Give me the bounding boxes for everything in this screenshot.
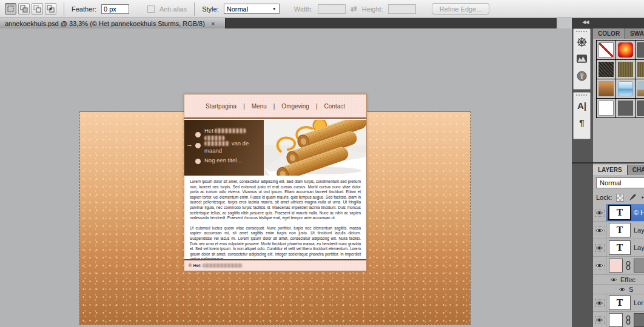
- body-paragraph-1: Lorem ipsum dolor sit amet, consectetur …: [190, 179, 361, 221]
- lock-pixels-brush-icon[interactable]: [628, 193, 637, 202]
- layer-mask-link-icon[interactable]: [626, 261, 631, 270]
- site-sidebar-menu: Het → van de maand Nog een titel...: [184, 120, 264, 176]
- layer-name: © H: [634, 209, 644, 216]
- style-gray-swatch[interactable]: [636, 99, 644, 117]
- layer-mask-link-icon[interactable]: [626, 315, 631, 325]
- style-white-outline-swatch[interactable]: [597, 99, 615, 117]
- nav-item-omgeving[interactable]: Omgeving: [281, 103, 309, 110]
- style-khaki-texture-swatch[interactable]: [636, 60, 644, 79]
- layer-row-pink-fill-with-mask[interactable]: [593, 257, 644, 275]
- layer-mask-thumbnail[interactable]: [634, 259, 644, 272]
- chevron-down-icon: ▼: [272, 7, 277, 11]
- site-body-text: Lorem ipsum dolor sit amet, consectetur …: [184, 176, 366, 259]
- anti-alias-checkbox[interactable]: [147, 5, 155, 13]
- style-landscape-swatch[interactable]: [597, 79, 615, 98]
- style-khaki-texture-swatch[interactable]: [616, 60, 635, 79]
- tab-swatches[interactable]: SWATCHES: [625, 28, 644, 39]
- visibility-eye-icon[interactable]: [595, 316, 605, 324]
- nav-item-contact[interactable]: Contact: [324, 103, 345, 110]
- refine-edge-button[interactable]: Refine Edge...: [432, 3, 490, 15]
- visibility-eye-icon[interactable]: [619, 287, 626, 292]
- text-layer-thumbnail[interactable]: T: [609, 240, 631, 255]
- navigator-panel-icon[interactable]: [574, 33, 590, 50]
- layer-effect-item-row[interactable]: S: [593, 285, 644, 294]
- width-input[interactable]: [318, 4, 346, 14]
- close-icon[interactable]: ×: [211, 20, 215, 27]
- sidebar-item-3-text: Nog een titel...: [204, 157, 241, 164]
- panels-column: COLOR SWATCHES LAYERS CHANNELS Normal Lo…: [593, 28, 644, 327]
- layer-list: T © H T Lay T Lay: [593, 204, 644, 327]
- selection-mode-group: [5, 3, 56, 15]
- height-input[interactable]: [388, 4, 416, 14]
- style-none-swatch[interactable]: [597, 41, 615, 59]
- layer-mask-thumbnail[interactable]: [634, 313, 644, 327]
- style-red-glow-swatch[interactable]: [616, 41, 635, 59]
- sidebar-item-3[interactable]: Nog een titel...: [204, 157, 241, 164]
- layer-name: Lor: [634, 299, 643, 306]
- character-panel-icon[interactable]: A|: [574, 97, 590, 114]
- feather-input[interactable]: [101, 4, 129, 14]
- add-to-selection-icon[interactable]: [18, 3, 30, 15]
- visibility-eye-icon[interactable]: [595, 209, 605, 217]
- nav-item-startpagina[interactable]: Startpagina: [206, 103, 236, 110]
- fill-layer-thumbnail[interactable]: [609, 259, 623, 272]
- histogram-panel-icon[interactable]: [574, 50, 590, 67]
- paragraph-panel-icon[interactable]: ¶: [574, 114, 590, 131]
- style-blue-glass-swatch[interactable]: [616, 79, 635, 98]
- style-landscape-swatch[interactable]: [636, 79, 644, 98]
- site-footer: © Het: [184, 259, 366, 271]
- layer-row-lorem-text[interactable]: T Lor: [593, 294, 644, 312]
- style-dark-texture-swatch[interactable]: [597, 60, 615, 79]
- body-paragraph-2: Ut euismod luctus quam vitae consequat. …: [190, 226, 361, 262]
- document-tab[interactable]: annekoekhuis.psd @ 33,3% (© Het pannekoe…: [0, 18, 226, 28]
- layer-row-copyright-text[interactable]: T © H: [593, 204, 644, 222]
- redacted-text: [215, 128, 246, 133]
- style-gray-swatch[interactable]: [636, 41, 644, 59]
- nav-item-menu[interactable]: Menu: [252, 103, 267, 110]
- lock-position-icon[interactable]: [641, 193, 644, 202]
- text-layer-thumbnail[interactable]: T: [609, 296, 631, 310]
- visibility-eye-icon[interactable]: [595, 226, 605, 234]
- layer-row-white-fill-with-mask[interactable]: [593, 312, 644, 327]
- fill-layer-thumbnail[interactable]: [609, 313, 623, 327]
- redacted-text: [203, 263, 243, 268]
- tab-channels[interactable]: CHANNELS: [628, 165, 644, 175]
- tab-layers[interactable]: LAYERS: [593, 165, 628, 175]
- site-footer-copyright: © Het: [189, 263, 201, 268]
- panel-icon-group-2: A| ¶: [573, 92, 591, 139]
- swap-width-height-icon[interactable]: ⇄: [351, 4, 357, 13]
- new-selection-icon[interactable]: [5, 3, 16, 15]
- blend-mode-dropdown[interactable]: Normal: [596, 177, 644, 188]
- divider: [64, 2, 64, 16]
- layer-name: Lay: [634, 244, 644, 251]
- lock-options-row: Lock:: [596, 193, 644, 202]
- visibility-eye-icon[interactable]: [595, 299, 605, 307]
- intersect-selection-icon[interactable]: [45, 3, 56, 15]
- layer-row-text[interactable]: T Lay: [593, 239, 644, 257]
- info-panel-icon[interactable]: i: [574, 67, 590, 84]
- sidebar-item-1-text: Het: [204, 127, 213, 134]
- subtract-from-selection-icon[interactable]: [32, 3, 43, 15]
- anti-alias-label: Anti-alias: [159, 5, 187, 13]
- bullet-icon: [195, 132, 201, 137]
- tab-color[interactable]: COLOR: [593, 28, 625, 39]
- layer-effects-row[interactable]: Effec: [593, 275, 644, 285]
- layer-row-text[interactable]: T Lay: [593, 222, 644, 239]
- height-label: Height:: [362, 5, 383, 13]
- tool-options-bar: Feather: Anti-alias Style: Normal ▼ Widt…: [0, 0, 644, 18]
- redacted-text: [204, 141, 230, 146]
- effects-label: Effec: [620, 276, 636, 283]
- styles-grid: [596, 40, 644, 118]
- visibility-eye-icon[interactable]: [610, 277, 617, 282]
- style-dropdown[interactable]: Normal ▼: [224, 4, 280, 14]
- sidebar-item-2[interactable]: van de maand: [204, 140, 252, 154]
- visibility-eye-icon[interactable]: [595, 262, 605, 269]
- text-layer-thumbnail[interactable]: T: [609, 223, 631, 237]
- style-dark-fill-swatch[interactable]: [616, 99, 635, 117]
- text-layer-thumbnail[interactable]: T: [609, 205, 631, 220]
- lock-transparency-icon[interactable]: [616, 194, 624, 202]
- collapse-panels-icon[interactable]: ◀◀: [582, 19, 588, 25]
- visibility-eye-icon[interactable]: [595, 244, 605, 252]
- document-tab-title: annekoekhuis.psd @ 33,3% (© Het pannekoe…: [5, 20, 205, 27]
- tab-bar-gap: [557, 18, 572, 28]
